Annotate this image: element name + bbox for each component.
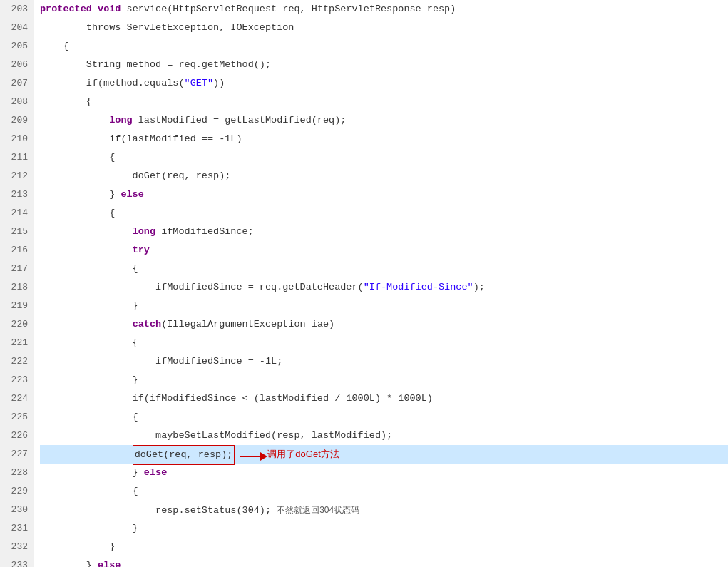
- code-line-214: {: [40, 204, 728, 223]
- code-line-206: String method = req.getMethod();: [40, 56, 728, 74]
- code-line-228: } else: [40, 464, 728, 482]
- code-line-210: if(lastModified == -1L): [40, 130, 728, 148]
- line-number-220: 220: [6, 315, 28, 334]
- line-number-230: 230: [6, 501, 28, 519]
- line-number-221: 221: [6, 334, 28, 352]
- code-line-222: ifModifiedSince = -1L;: [40, 352, 728, 371]
- line-number-219: 219: [6, 297, 28, 315]
- code-line-231: }: [40, 519, 728, 538]
- annotation-304-label: 不然就返回304状态码: [277, 505, 359, 515]
- line-number-222: 222: [6, 352, 28, 371]
- code-line-207: if(method.equals("GET")): [40, 74, 728, 93]
- line-number-227: 227: [6, 445, 28, 464]
- line-number-224: 224: [6, 389, 28, 408]
- code-line-219: }: [40, 297, 728, 315]
- code-line-204: throws ServletException, IOException: [40, 19, 728, 37]
- line-number-229: 229: [6, 482, 28, 501]
- code-line-218: ifModifiedSince = req.getDateHeader("If-…: [40, 278, 728, 297]
- code-line-226: maybeSetLastModified(resp, lastModified)…: [40, 426, 728, 445]
- code-line-227: doGet(req, resp);调用了doGet方法: [40, 445, 728, 464]
- line-number-228: 228: [6, 464, 28, 482]
- line-number-212: 212: [6, 167, 28, 185]
- code-line-215: long ifModifiedSince;: [40, 223, 728, 241]
- line-number-205: 205: [6, 37, 28, 56]
- line-numbers: 2032042052062072082092102112122132142152…: [0, 0, 34, 567]
- code-line-232: }: [40, 538, 728, 556]
- arrow-annotation: [240, 452, 267, 461]
- line-number-217: 217: [6, 260, 28, 278]
- code-editor: 2032042052062072082092102112122132142152…: [0, 0, 728, 567]
- line-number-207: 207: [6, 74, 28, 93]
- line-number-232: 232: [6, 538, 28, 556]
- line-number-216: 216: [6, 241, 28, 260]
- line-number-223: 223: [6, 371, 28, 389]
- code-line-224: if(ifModifiedSince < (lastModified / 100…: [40, 389, 728, 408]
- code-line-212: doGet(req, resp);: [40, 167, 728, 185]
- code-content: protected void service(HttpServletReques…: [34, 0, 728, 567]
- annotation-doget-label: 调用了doGet方法: [267, 449, 339, 459]
- line-number-214: 214: [6, 204, 28, 223]
- line-number-233: 233: [6, 556, 28, 567]
- code-line-217: {: [40, 260, 728, 278]
- line-number-206: 206: [6, 56, 28, 74]
- code-line-233: } else: [40, 556, 728, 567]
- highlighted-code-doget: doGet(req, resp);: [133, 445, 235, 465]
- line-number-231: 231: [6, 519, 28, 538]
- code-line-220: catch(IllegalArgumentException iae): [40, 315, 728, 334]
- line-number-210: 210: [6, 130, 28, 148]
- code-line-209: long lastModified = getLastModified(req)…: [40, 111, 728, 130]
- code-line-229: {: [40, 482, 728, 501]
- code-line-223: }: [40, 371, 728, 389]
- code-line-211: {: [40, 148, 728, 167]
- line-number-203: 203: [6, 0, 28, 19]
- code-line-213: } else: [40, 185, 728, 204]
- line-number-204: 204: [6, 19, 28, 37]
- line-number-226: 226: [6, 426, 28, 445]
- code-line-230: resp.setStatus(304); 不然就返回304状态码: [40, 501, 728, 519]
- code-line-208: {: [40, 93, 728, 111]
- code-line-225: {: [40, 408, 728, 426]
- code-line-205: {: [40, 37, 728, 56]
- line-number-215: 215: [6, 223, 28, 241]
- line-number-225: 225: [6, 408, 28, 426]
- line-number-209: 209: [6, 111, 28, 130]
- code-line-221: {: [40, 334, 728, 352]
- line-number-213: 213: [6, 185, 28, 204]
- code-line-203: protected void service(HttpServletReques…: [40, 0, 728, 19]
- line-number-208: 208: [6, 93, 28, 111]
- code-line-216: try: [40, 241, 728, 260]
- line-number-218: 218: [6, 278, 28, 297]
- line-number-211: 211: [6, 148, 28, 167]
